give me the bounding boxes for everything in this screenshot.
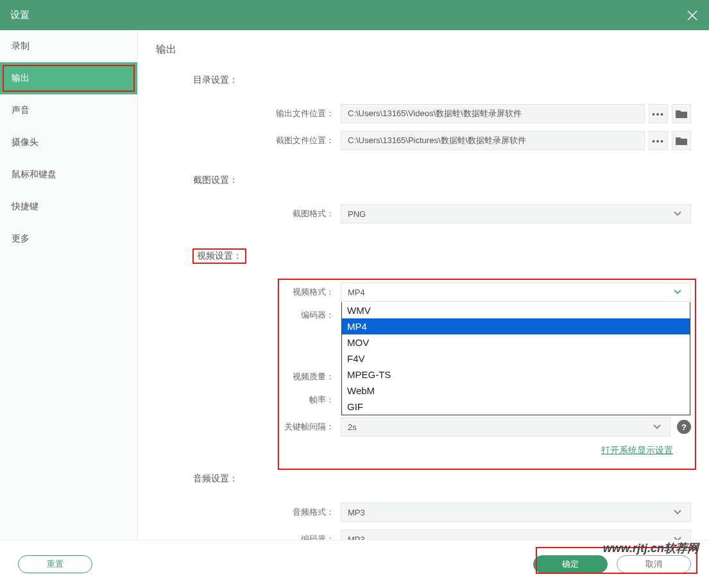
video-format-option[interactable]: F4V (342, 350, 690, 367)
video-fps-label: 帧率： (156, 394, 341, 406)
sidebar: 录制 输出 声音 摄像头 鼠标和键盘 快捷键 更多 (0, 30, 138, 540)
reset-button[interactable]: 重置 (18, 555, 92, 573)
open-display-settings-link[interactable]: 打开系统显示设置 (601, 445, 673, 455)
sidebar-item-hotkeys[interactable]: 快捷键 (0, 191, 137, 223)
footer: 重置 确定 取消 (0, 540, 709, 588)
video-format-option[interactable]: GIF (342, 399, 690, 415)
output-path-browse-button[interactable]: ••• (649, 104, 668, 123)
ok-button[interactable]: 确定 (533, 555, 608, 573)
chevron-down-icon (672, 286, 684, 298)
section-screenshot: 截图设置： (156, 175, 691, 186)
sidebar-item-output[interactable]: 输出 (0, 62, 137, 94)
screenshot-format-label: 截图格式： (156, 208, 341, 220)
chevron-down-icon (672, 208, 684, 220)
chevron-down-icon (652, 421, 663, 433)
help-icon[interactable]: ? (677, 420, 691, 434)
section-audio: 音频设置： (156, 473, 691, 485)
output-path-open-folder-button[interactable] (672, 104, 691, 123)
page-title: 输出 (156, 43, 691, 56)
video-format-dropdown: WMV MP4 MOV F4V MPEG-TS WebM GIF (341, 302, 690, 415)
chevron-down-icon (672, 506, 684, 518)
sidebar-item-camera[interactable]: 摄像头 (0, 126, 137, 159)
screenshot-path-field[interactable]: C:\Users\13165\Pictures\数据蛙\数据蛙录屏软件 (341, 131, 645, 150)
video-format-select[interactable]: MP4 WMV MP4 MOV F4V MPEG-TS WebM GIF (341, 282, 691, 302)
sidebar-item-sound[interactable]: 声音 (0, 94, 137, 126)
screenshot-path-label: 截图文件位置： (156, 135, 341, 146)
video-format-label: 视频格式： (156, 286, 341, 298)
close-icon[interactable] (686, 9, 699, 22)
folder-icon (676, 109, 687, 118)
audio-format-select[interactable]: MP3 (341, 503, 691, 522)
screenshot-path-open-folder-button[interactable] (672, 131, 691, 150)
screenshot-path-browse-button[interactable]: ••• (649, 131, 668, 150)
sidebar-item-record[interactable]: 录制 (0, 30, 137, 62)
video-keyframe-select[interactable]: 2s (341, 417, 671, 437)
video-format-option[interactable]: WMV (342, 302, 690, 318)
cancel-button[interactable]: 取消 (617, 555, 691, 573)
audio-format-label: 音频格式： (156, 506, 341, 518)
screenshot-format-select[interactable]: PNG (341, 204, 691, 223)
video-encoder-label: 编码器： (156, 309, 341, 321)
video-keyframe-label: 关键帧间隔： (156, 421, 341, 433)
video-format-option[interactable]: MPEG-TS (342, 367, 690, 383)
video-format-option[interactable]: MP4 (342, 318, 690, 334)
folder-icon (676, 136, 687, 145)
output-path-label: 输出文件位置： (156, 108, 341, 119)
video-quality-label: 视频质量： (156, 371, 341, 383)
window-title: 设置 (10, 9, 686, 21)
titlebar: 设置 (0, 0, 709, 30)
video-format-option[interactable]: MOV (342, 334, 690, 350)
main-panel: 输出 目录设置： 输出文件位置： C:\Users\13165\Videos\数… (138, 30, 709, 540)
section-directory: 目录设置： (156, 74, 691, 86)
sidebar-item-more[interactable]: 更多 (0, 223, 137, 255)
sidebar-item-mouse-keyboard[interactable]: 鼠标和键盘 (0, 159, 137, 191)
video-format-option[interactable]: WebM (342, 383, 690, 399)
output-path-field[interactable]: C:\Users\13165\Videos\数据蛙\数据蛙录屏软件 (341, 104, 645, 123)
section-video: 视频设置： (189, 248, 250, 264)
